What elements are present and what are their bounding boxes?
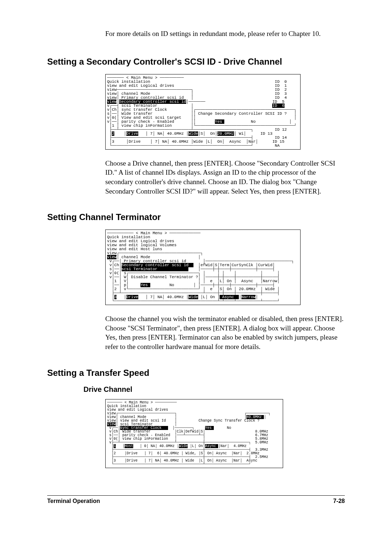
section-channel-terminator: Setting Channel Terminator ─────────── <… [47,212,345,352]
heading-transfer-speed: Setting a Transfer Speed [47,368,345,378]
terminal-screenshot-2: ─────────── < Main Menu > ───────────── … [105,230,301,305]
heading-secondary-controller: Setting a Secondary Controller's SCSI ID… [47,57,345,67]
body-text-2: Choose the channel you wish the terminat… [105,314,345,352]
page-footer: Terminal Operation 7-28 [47,495,345,504]
section-secondary-controller: Setting a Secondary Controller's SCSI ID… [47,57,345,196]
terminal-screenshot-1: ─────── < Main Menu > ────────── Quick i… [105,74,301,150]
section-transfer-speed: Setting a Transfer Speed Drive Channel ─… [47,368,345,477]
intro-paragraph: For more details on ID settings in redun… [105,29,345,38]
footer-left: Terminal Operation [47,498,100,504]
footer-right: 7-28 [333,498,345,504]
terminal-screenshot-3: ─────── < Main Menu > ────────── Quick i… [105,399,283,468]
subheading-drive-channel: Drive Channel [83,385,345,394]
body-text-1: Choose a Drive channel, then press [ENTE… [105,159,345,196]
heading-channel-terminator: Setting Channel Terminator [47,212,345,222]
